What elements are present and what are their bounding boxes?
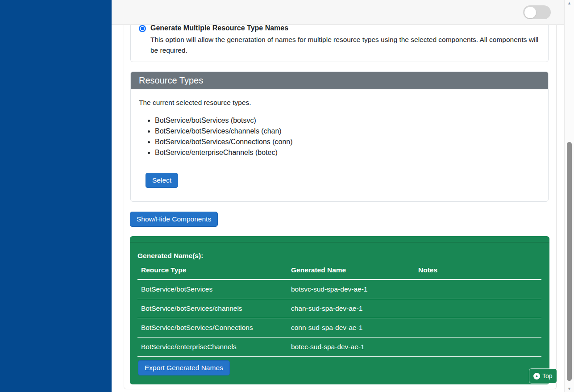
back-to-top-label: Top <box>542 372 553 379</box>
show-hide-components-button[interactable]: Show/Hide Components <box>130 212 218 227</box>
cell-notes <box>415 318 541 338</box>
table-row: BotService/botServices/Connections conn-… <box>137 318 541 338</box>
option-title: Generate Multiple Resource Type Names <box>150 24 288 32</box>
cell-resource-type: BotService/enterpriseChannels <box>137 338 287 357</box>
app-screen: Generate Multiple Resource Type Names Th… <box>0 0 574 392</box>
export-generated-names-button[interactable]: Export Generated Names <box>138 360 230 375</box>
select-button[interactable]: Select <box>146 173 178 188</box>
generated-names-table: Reource Type Generated Name Notes BotSer… <box>137 263 541 357</box>
resource-types-intro: The current selected resource types. <box>139 99 251 107</box>
sidebar <box>0 0 112 392</box>
list-item: BotService/botServices (botsvc) <box>155 115 293 126</box>
cell-generated-name: chan-sud-spa-dev-ae-1 <box>287 299 415 318</box>
cell-resource-type: BotService/botServices/channels <box>137 299 287 318</box>
cell-notes <box>415 299 541 318</box>
column-header-generated-name: Generated Name <box>287 263 415 279</box>
cell-generated-name: botsvc-sud-spa-dev-ae-1 <box>287 279 415 299</box>
cell-notes <box>415 338 541 357</box>
toggle-switch[interactable] <box>523 5 551 19</box>
table-row: BotService/botServices botsvc-sud-spa-de… <box>137 279 541 299</box>
cell-generated-name: botec-sud-spa-dev-ae-1 <box>287 338 415 357</box>
scrollbar-thumb[interactable] <box>567 142 572 381</box>
generated-names-title: Generated Name(s): <box>137 252 203 260</box>
table-row: BotService/botServices/channels chan-sud… <box>137 299 541 318</box>
cell-resource-type: BotService/botServices/Connections <box>137 318 287 338</box>
arrow-up-circle-icon: ▲ <box>533 373 540 379</box>
back-to-top-button[interactable]: ▲ Top <box>529 369 557 383</box>
cell-resource-type: BotService/botServices <box>137 279 287 299</box>
radio-generate-multiple[interactable] <box>139 25 146 32</box>
column-header-notes: Notes <box>415 263 541 279</box>
resource-types-card: Resource Types The current selected reso… <box>130 71 549 202</box>
generated-names-panel: Generated Name(s): Reource Type Generate… <box>130 236 549 384</box>
panel-header-strip <box>130 236 549 242</box>
list-item: BotService/enterpriseChannels (botec) <box>155 147 293 158</box>
list-item: BotService/botServices/channels (chan) <box>155 126 293 137</box>
table-header-row: Reource Type Generated Name Notes <box>137 263 541 279</box>
resource-type-list: BotService/botServices (botsvc) BotServi… <box>139 115 293 158</box>
list-item: BotService/botServices/Connections (conn… <box>155 137 293 147</box>
scrollbar-down-icon[interactable]: ▼ <box>565 387 574 391</box>
top-bar <box>112 0 564 25</box>
resource-types-header: Resource Types <box>131 72 548 89</box>
cell-generated-name: conn-sud-spa-dev-ae-1 <box>287 318 415 338</box>
table-row: BotService/enterpriseChannels botec-sud-… <box>137 338 541 357</box>
cell-notes <box>415 279 541 299</box>
scrollbar[interactable]: ▲ ▼ <box>564 0 574 392</box>
toggle-knob[interactable] <box>524 7 536 18</box>
column-header-resource-type: Reource Type <box>137 263 287 279</box>
option-description: This option will allow the generatation … <box>150 34 540 56</box>
scrollbar-up-icon[interactable]: ▲ <box>565 1 574 5</box>
